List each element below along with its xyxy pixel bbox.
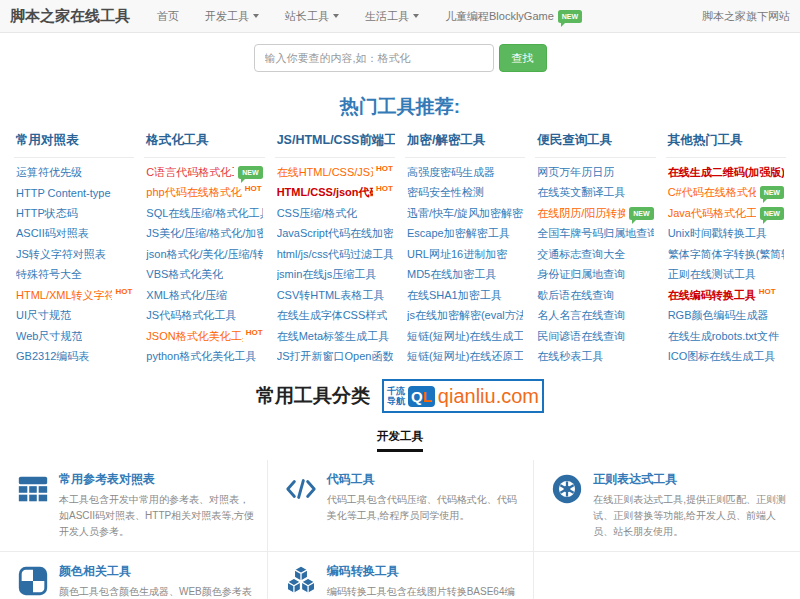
- tool-link[interactable]: 迅雷/快车/旋风加密解密: [405, 203, 525, 224]
- tool-link[interactable]: ASCII码对照表: [14, 224, 134, 245]
- tool-link[interactable]: HTTP状态码: [14, 203, 134, 224]
- tool-link-label: HTTP状态码: [16, 206, 78, 221]
- tool-link[interactable]: html/js/css代码过滤工具: [275, 244, 395, 265]
- tool-link[interactable]: XML格式化/压缩: [144, 285, 264, 306]
- tool-link[interactable]: HTML/CSS/json代码HOT: [275, 183, 395, 204]
- category-title[interactable]: 编码转换工具: [327, 563, 522, 580]
- hot-tag: HOT: [246, 328, 263, 337]
- tool-link[interactable]: 在线Meta标签生成工具: [275, 326, 395, 347]
- site-brand[interactable]: 脚本之家在线工具: [10, 7, 130, 26]
- hot-tools-columns: 常用对照表运算符优先级HTTP Content-typeHTTP状态码ASCII…: [0, 122, 800, 367]
- tool-link[interactable]: 在线生成二维码(加强版): [666, 162, 786, 183]
- tool-link[interactable]: CSV转HTML表格工具: [275, 285, 395, 306]
- search-input[interactable]: [254, 44, 494, 72]
- tool-link[interactable]: 短链(短网址)在线生成工: [405, 326, 525, 347]
- tool-link[interactable]: 特殊符号大全: [14, 265, 134, 286]
- tool-link[interactable]: 高强度密码生成器: [405, 162, 525, 183]
- tool-link-label: MD5在线加密工具: [407, 267, 496, 282]
- page: 脚本之家在线工具 首页开发工具站长工具生活工具儿童编程BlocklyGameNE…: [0, 0, 800, 599]
- tool-link[interactable]: URL网址16进制加密: [405, 244, 525, 265]
- qianliu-ad-banner[interactable]: 千流 导航 QL qianliu.com: [382, 379, 544, 413]
- category-title[interactable]: 代码工具: [327, 471, 522, 488]
- navbar-item-home[interactable]: 首页: [144, 9, 192, 24]
- tool-link[interactable]: JS打开新窗口Open函数: [275, 347, 395, 368]
- tool-link[interactable]: JS转义字符对照表: [14, 244, 134, 265]
- navbar-item-life-tools[interactable]: 生活工具: [352, 9, 432, 24]
- tool-link[interactable]: 在线HTML/CSS/JS运HOT: [275, 162, 395, 183]
- tool-link[interactable]: 在线生成robots.txt文件: [666, 326, 786, 347]
- tool-link[interactable]: 在线阴历/阳历转换工NEW: [535, 203, 655, 224]
- tool-link[interactable]: jsmin在线js压缩工具: [275, 265, 395, 286]
- tool-link[interactable]: 全国车牌号码归属地查询: [535, 224, 655, 245]
- tool-link[interactable]: C语言代码格式化工NEW: [144, 162, 264, 183]
- tool-link[interactable]: UI尺寸规范: [14, 306, 134, 327]
- category-grid: 常用参考表对照表本工具包含开发中常用的参考表、对照表，如ASCII码对照表、HT…: [0, 460, 800, 599]
- tool-link[interactable]: 繁体字简体字转换(繁简转: [666, 244, 786, 265]
- new-badge: NEW: [629, 207, 653, 220]
- tool-link-label: URL网址16进制加密: [407, 247, 507, 262]
- column-header: 便民查询工具: [535, 122, 655, 158]
- search-button[interactable]: 查找: [499, 44, 547, 72]
- tool-link[interactable]: 身份证归属地查询: [535, 265, 655, 286]
- tool-link[interactable]: VBS格式化美化: [144, 265, 264, 286]
- tool-link[interactable]: CSS压缩/格式化: [275, 203, 395, 224]
- category-card-body: 编码转换工具编码转换工具包含在线图片转换BASE64编码等工具、HTML/UBB…: [327, 562, 522, 599]
- tool-link[interactable]: HTTP Content-type: [14, 183, 134, 204]
- category-title[interactable]: 颜色相关工具: [59, 563, 255, 580]
- tool-link-label: JavaScript代码在线加密: [277, 226, 393, 241]
- tool-link[interactable]: 在线秒表工具: [535, 347, 655, 368]
- tool-link[interactable]: 交通标志查询大全: [535, 244, 655, 265]
- tool-link[interactable]: json格式化/美化/压缩/转: [144, 244, 264, 265]
- ad-logo: QL: [408, 386, 435, 407]
- navbar-item-webmaster-tools[interactable]: 站长工具: [272, 9, 352, 24]
- tool-link[interactable]: 短链(短网址)在线还原工: [405, 347, 525, 368]
- tool-link[interactable]: GB2312编码表: [14, 347, 134, 368]
- tool-link[interactable]: Java代码格式化工具NEW: [666, 203, 786, 224]
- table-icon: [16, 472, 50, 506]
- tool-link[interactable]: 歇后语在线查询: [535, 285, 655, 306]
- tool-link[interactable]: 在线编码转换工具HOT: [666, 285, 786, 306]
- tool-link[interactable]: Web尺寸规范: [14, 326, 134, 347]
- column-header: 其他热门工具: [666, 122, 786, 158]
- tool-link-label: 在线生成二维码(加强版): [668, 165, 784, 180]
- tool-link[interactable]: RGB颜色编码生成器: [666, 306, 786, 327]
- color-icon: [16, 564, 50, 598]
- tool-link[interactable]: 运算符优先级: [14, 162, 134, 183]
- tool-link[interactable]: Unix时间戳转换工具: [666, 224, 786, 245]
- tool-link-label: RGB颜色编码生成器: [668, 308, 769, 323]
- tool-link-label: jsmin在线js压缩工具: [277, 267, 377, 282]
- navbar-item-blockly-game[interactable]: 儿童编程BlocklyGameNEW: [432, 9, 595, 24]
- navbar-item-dev-tools[interactable]: 开发工具: [192, 9, 272, 24]
- tool-link[interactable]: 名人名言在线查询: [535, 306, 655, 327]
- tool-link[interactable]: ICO图标在线生成工具: [666, 347, 786, 368]
- ad-prefix: 千流 导航: [387, 386, 405, 407]
- tool-link[interactable]: JSON格式化美化工具HOT: [144, 326, 264, 347]
- tool-link[interactable]: 正则在线测试工具: [666, 265, 786, 286]
- tool-link[interactable]: 在线SHA1加密工具: [405, 285, 525, 306]
- tool-link-label: ICO图标在线生成工具: [668, 349, 776, 364]
- tool-link[interactable]: JS代码格式化工具: [144, 306, 264, 327]
- tool-link[interactable]: JS美化/压缩/格式化/加密: [144, 224, 264, 245]
- tool-link[interactable]: 在线英文翻译工具: [535, 183, 655, 204]
- tool-link[interactable]: 密码安全性检测: [405, 183, 525, 204]
- tool-link[interactable]: Escape加密解密工具: [405, 224, 525, 245]
- category-title[interactable]: 常用参考表对照表: [59, 471, 255, 488]
- category-title[interactable]: 正则表达式工具: [593, 471, 788, 488]
- tool-link[interactable]: C#代码在线格式化工NEW: [666, 183, 786, 204]
- tab-dev-tools[interactable]: 开发工具: [377, 429, 423, 452]
- tool-column-formatting-tools: 格式化工具C语言代码格式化工NEWphp代码在线格式化HOTSQL在线压缩/格式…: [139, 122, 269, 367]
- tool-link[interactable]: js在线加密解密(eval方法): [405, 306, 525, 327]
- tool-link[interactable]: SQL在线压缩/格式化工具: [144, 203, 264, 224]
- tool-link[interactable]: php代码在线格式化HOT: [144, 183, 264, 204]
- navbar-family-sites-link[interactable]: 脚本之家旗下网站: [702, 9, 790, 24]
- tool-link[interactable]: python格式化美化工具: [144, 347, 264, 368]
- tool-link[interactable]: 民间谚语在线查询: [535, 326, 655, 347]
- category-desc: 在线正则表达式工具,提供正则匹配、正则测试、正则替换等功能,给开发人员、前端人员…: [593, 492, 788, 540]
- tool-link[interactable]: HTML/XML转义字符HOT: [14, 285, 134, 306]
- tool-link[interactable]: 在线生成字体CSS样式: [275, 306, 395, 327]
- tool-link[interactable]: 网页万年历日历: [535, 162, 655, 183]
- tool-link[interactable]: MD5在线加密工具: [405, 265, 525, 286]
- hot-tag: HOT: [376, 164, 393, 173]
- tool-link[interactable]: JavaScript代码在线加密: [275, 224, 395, 245]
- tool-link-label: 在线英文翻译工具: [537, 185, 625, 200]
